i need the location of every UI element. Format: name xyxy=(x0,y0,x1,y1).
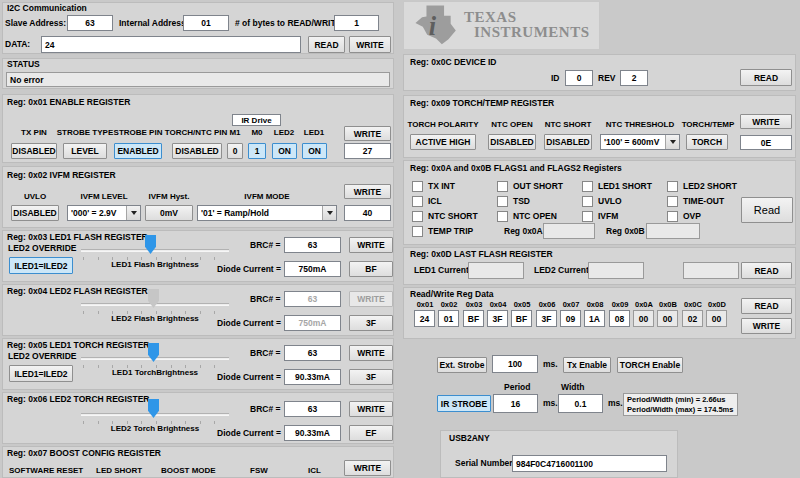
reg03-iled1-iled2-button[interactable]: ILED1=ILED2 xyxy=(9,257,73,274)
width-ms-label: ms. xyxy=(608,399,623,408)
ir-strobe-width-field[interactable]: 0.1 xyxy=(558,394,603,413)
strobe-pin-button[interactable]: ENABLED xyxy=(114,143,162,159)
ntc-short-button[interactable]: DISABLED xyxy=(544,134,592,150)
i2c-read-button[interactable]: READ xyxy=(308,36,345,53)
out-short-checkbox[interactable] xyxy=(497,181,508,192)
ivfm-checkbox[interactable] xyxy=(582,211,593,222)
reg07-write-button[interactable]: WRITE xyxy=(344,460,391,476)
reg04-title: Reg: 0x04 LED2 FLASH REGISTER xyxy=(7,287,148,296)
tx-int-checkbox[interactable] xyxy=(412,181,423,192)
dropdown-arrow-icon[interactable] xyxy=(665,135,679,149)
led2-button[interactable]: ON xyxy=(272,143,297,159)
period-width-min: Period/Width (min) = 2.66us xyxy=(627,395,737,405)
reg09-write-button[interactable]: WRITE xyxy=(740,114,792,129)
ntc-open-checkbox[interactable] xyxy=(497,211,508,222)
reg05-brc-field[interactable]: 63 xyxy=(284,345,341,361)
torch-temp-button[interactable]: TORCH xyxy=(686,134,728,150)
ir-strobe-button[interactable]: IR STROBE xyxy=(437,395,491,412)
reg04-slider-label: LED2 Flash Brightness xyxy=(81,315,229,324)
torch-enable-button[interactable]: TORCH Enable xyxy=(617,357,683,373)
reg03-brc-field[interactable]: 63 xyxy=(284,237,341,253)
torch-ntc-pin-button[interactable]: DISABLED xyxy=(172,143,222,159)
led1-flash-brightness-slider[interactable] xyxy=(81,249,229,252)
led1-button[interactable]: ON xyxy=(302,143,327,159)
device-id-label: ID xyxy=(551,74,560,83)
regdata-value-0x08[interactable]: 1A xyxy=(584,310,605,327)
ti-logo-line2: INSTRUMENTS xyxy=(474,24,590,41)
flags-read-button[interactable]: Read xyxy=(741,197,793,223)
ivfm-hyst-box: 0mV xyxy=(145,205,193,221)
reg0d-value-field xyxy=(683,262,739,279)
byte-count-field[interactable]: 1 xyxy=(334,15,379,31)
slave-address-field[interactable]: 63 xyxy=(67,15,113,31)
temp-trip-checkbox[interactable] xyxy=(412,226,423,237)
regdata-value-0x06[interactable]: 3F xyxy=(536,310,557,327)
regdata-value-0x09[interactable]: 08 xyxy=(609,310,630,327)
dropdown-arrow-icon[interactable] xyxy=(126,206,140,220)
ntc-short-checkbox[interactable] xyxy=(412,211,423,222)
uvlo-button[interactable]: DISABLED xyxy=(11,205,59,221)
torch-polarity-button[interactable]: ACTIVE HIGH xyxy=(410,134,476,150)
ivfm-mode-dropdown[interactable]: '01' = Ramp/Hold xyxy=(197,205,337,221)
regdata-header: 0x0C xyxy=(681,301,705,309)
reg03-diode-field[interactable]: 750mA xyxy=(284,261,341,277)
m0-button[interactable]: 1 xyxy=(248,143,266,159)
led1-current-label: LED1 Current xyxy=(414,266,469,275)
reg01-write-button[interactable]: WRITE xyxy=(344,126,391,141)
ext-strobe-ms-field[interactable]: 100 xyxy=(492,355,538,373)
reg05-iled1-iled2-button[interactable]: ILED1=ILED2 xyxy=(9,365,73,382)
regdata-value-0x05[interactable]: BF xyxy=(511,310,532,327)
tx-pin-button[interactable]: DISABLED xyxy=(11,143,57,159)
ovp-checkbox[interactable] xyxy=(667,211,678,222)
uvlo-checkbox[interactable] xyxy=(582,196,593,207)
tx-enable-button[interactable]: Tx Enable xyxy=(563,357,611,373)
time-out-checkbox[interactable] xyxy=(667,196,678,207)
ivfm-level-dropdown[interactable]: '000' = 2.9V xyxy=(67,205,141,221)
temp-trip-label: TEMP TRIP xyxy=(428,227,473,236)
ntc-threshold-dropdown[interactable]: '100' = 600mV xyxy=(600,134,680,150)
reg06-write-button[interactable]: WRITE xyxy=(349,401,393,417)
m1-button[interactable]: 0 xyxy=(227,143,243,159)
reg02-write-button[interactable]: WRITE xyxy=(344,184,391,199)
reg07-title: Reg: 0x07 BOOST CONFIG REGISTER xyxy=(7,449,161,458)
device-rev-field[interactable]: 2 xyxy=(620,70,648,86)
regdata-value-0x02[interactable]: 01 xyxy=(438,310,459,327)
ntc-open-label: NTC OPEN xyxy=(484,121,540,130)
ir-strobe-period-field[interactable]: 16 xyxy=(493,394,538,413)
reg06-slider-label: LED2 Torch Brightness xyxy=(81,425,229,434)
regdata-value-0x04[interactable]: 3F xyxy=(487,310,508,327)
regdata-value-0x0a: 00 xyxy=(633,310,654,327)
regdata-write-button[interactable]: WRITE xyxy=(741,318,792,334)
reg06-hex-value: EF xyxy=(349,425,393,441)
reg05-slider-label: LED1 TorchBrightness xyxy=(81,369,229,378)
regdata-value-0x07[interactable]: 09 xyxy=(560,310,581,327)
led1-short-checkbox[interactable] xyxy=(582,181,593,192)
internal-address-field[interactable]: 01 xyxy=(183,15,229,31)
reg01-value-field[interactable]: 27 xyxy=(344,143,391,159)
reg06-brc-field[interactable]: 63 xyxy=(284,401,341,417)
dropdown-arrow-icon[interactable] xyxy=(322,206,336,220)
led1-label: LED1 xyxy=(295,129,333,138)
reg03-write-button[interactable]: WRITE xyxy=(349,237,393,253)
data-field[interactable]: 24 xyxy=(41,36,301,53)
reg0c-read-button[interactable]: READ xyxy=(740,69,792,86)
regdata-header: 0x0D xyxy=(705,301,729,309)
ntc-open-button[interactable]: DISABLED xyxy=(488,134,536,150)
icl-checkbox[interactable] xyxy=(412,196,423,207)
regdata-value-0x03[interactable]: BF xyxy=(463,310,484,327)
regdata-value-0x01[interactable]: 24 xyxy=(414,310,435,327)
regdata-read-button[interactable]: READ xyxy=(741,298,792,314)
device-id-field[interactable]: 0 xyxy=(565,70,593,86)
reg09-value-field[interactable]: 0E xyxy=(740,135,792,150)
ext-strobe-button[interactable]: Ext. Strobe xyxy=(437,357,487,373)
reg05-diode-field[interactable]: 90.33mA xyxy=(284,369,341,385)
led2-short-checkbox[interactable] xyxy=(667,181,678,192)
reg05-write-button[interactable]: WRITE xyxy=(349,345,393,361)
reg0d-read-button[interactable]: READ xyxy=(741,262,792,279)
period-width-max: Period/Width (max) = 174.5ms xyxy=(627,405,737,415)
i2c-write-button[interactable]: WRITE xyxy=(349,36,391,53)
tsd-checkbox[interactable] xyxy=(497,196,508,207)
strobe-type-button[interactable]: LEVEL xyxy=(63,143,107,159)
reg02-value-field[interactable]: 40 xyxy=(344,205,391,221)
reg06-diode-field[interactable]: 90.33mA xyxy=(284,425,341,441)
